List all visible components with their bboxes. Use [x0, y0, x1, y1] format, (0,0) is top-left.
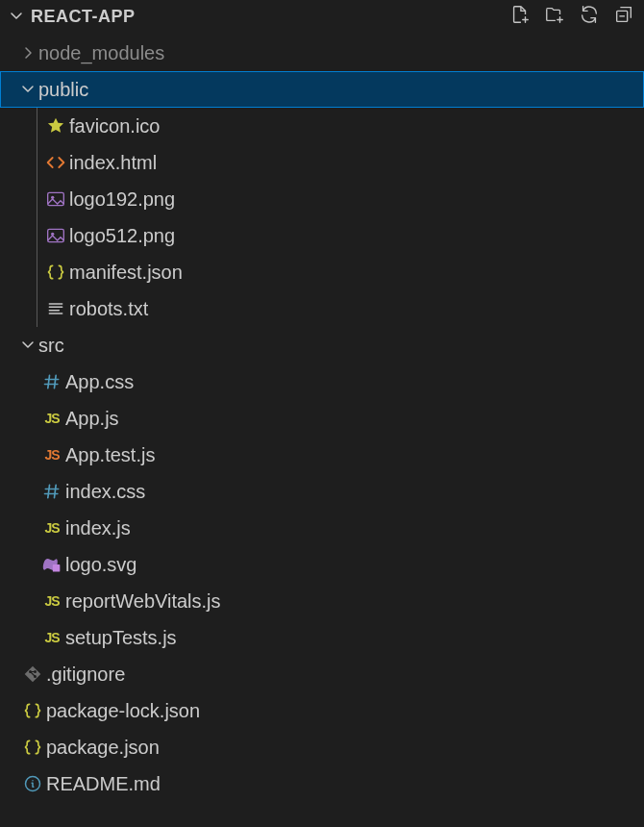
chevron-down-icon: [17, 338, 38, 353]
file-app-js[interactable]: JS App.js: [0, 400, 644, 437]
folder-label: public: [38, 79, 88, 101]
css-hash-icon: [38, 372, 65, 391]
project-root-toggle[interactable]: REACT-APP: [8, 7, 136, 27]
chevron-down-icon: [8, 9, 25, 24]
new-file-icon[interactable]: [509, 4, 531, 30]
json-braces-icon: [19, 738, 46, 757]
svg-icon: [38, 555, 65, 574]
file-label: reportWebVitals.js: [65, 590, 221, 613]
folder-src[interactable]: src: [0, 327, 644, 363]
file-label: manifest.json: [69, 262, 183, 284]
file-app-test[interactable]: JS App.test.js: [0, 437, 644, 473]
file-manifest[interactable]: manifest.json: [0, 254, 644, 290]
text-lines-icon: [42, 299, 69, 318]
explorer-header: REACT-APP: [0, 0, 644, 33]
file-label: package-lock.json: [46, 700, 200, 722]
refresh-icon[interactable]: [579, 4, 600, 30]
js-icon: JS: [38, 411, 65, 426]
file-setup-tests[interactable]: JS setupTests.js: [0, 619, 644, 656]
file-explorer-panel: REACT-APP node_modules: [0, 0, 644, 827]
file-label: index.js: [65, 517, 131, 539]
new-folder-icon[interactable]: [544, 4, 565, 30]
file-label: logo512.png: [69, 225, 175, 247]
svg-rect-1: [48, 192, 64, 205]
json-braces-icon: [42, 263, 69, 282]
file-label: favicon.ico: [69, 115, 161, 138]
file-logo512[interactable]: logo512.png: [0, 217, 644, 254]
js-test-icon: JS: [38, 447, 65, 463]
image-icon: [42, 189, 69, 209]
collapse-all-icon[interactable]: [613, 4, 634, 30]
file-index-js[interactable]: JS index.js: [0, 510, 644, 546]
file-logo192[interactable]: logo192.png: [0, 181, 644, 217]
folder-public[interactable]: public: [0, 71, 644, 108]
json-braces-icon: [19, 701, 46, 720]
project-title: REACT-APP: [31, 7, 136, 27]
folder-node-modules[interactable]: node_modules: [0, 35, 644, 71]
file-logo-svg[interactable]: logo.svg: [0, 546, 644, 583]
favicon-star-icon: [42, 116, 69, 136]
file-label: README.md: [46, 773, 161, 795]
file-robots[interactable]: robots.txt: [0, 290, 644, 327]
file-package-lock[interactable]: package-lock.json: [0, 692, 644, 729]
folder-label: node_modules: [38, 42, 164, 64]
folder-label: src: [38, 335, 64, 357]
html-code-icon: [42, 153, 69, 172]
file-label: robots.txt: [69, 298, 148, 320]
svg-rect-3: [48, 229, 64, 241]
file-label: App.test.js: [65, 444, 155, 466]
js-icon: JS: [38, 520, 65, 536]
file-report-web-vitals[interactable]: JS reportWebVitals.js: [0, 583, 644, 619]
file-package-json[interactable]: package.json: [0, 729, 644, 765]
file-label: App.css: [65, 371, 134, 393]
file-label: index.html: [69, 152, 157, 174]
js-icon: JS: [38, 630, 65, 645]
js-icon: JS: [38, 593, 65, 609]
file-label: App.js: [65, 408, 119, 430]
file-readme[interactable]: README.md: [0, 765, 644, 802]
file-label: .gitignore: [46, 664, 125, 686]
file-favicon[interactable]: favicon.ico: [0, 108, 644, 144]
chevron-right-icon: [17, 45, 38, 61]
header-actions: [509, 4, 634, 30]
file-label: index.css: [65, 481, 145, 503]
file-index-html[interactable]: index.html: [0, 144, 644, 181]
chevron-down-icon: [17, 82, 38, 97]
image-icon: [42, 226, 69, 245]
file-label: package.json: [46, 737, 160, 759]
css-hash-icon: [38, 482, 65, 501]
file-tree: node_modules public favicon.ico: [0, 33, 644, 827]
file-label: logo.svg: [65, 554, 137, 576]
file-label: setupTests.js: [65, 627, 177, 649]
file-label: logo192.png: [69, 188, 175, 211]
info-icon: [19, 774, 46, 793]
svg-rect-5: [53, 564, 61, 572]
git-icon: [19, 664, 46, 684]
file-app-css[interactable]: App.css: [0, 363, 644, 400]
file-gitignore[interactable]: .gitignore: [0, 656, 644, 692]
file-index-css[interactable]: index.css: [0, 473, 644, 510]
